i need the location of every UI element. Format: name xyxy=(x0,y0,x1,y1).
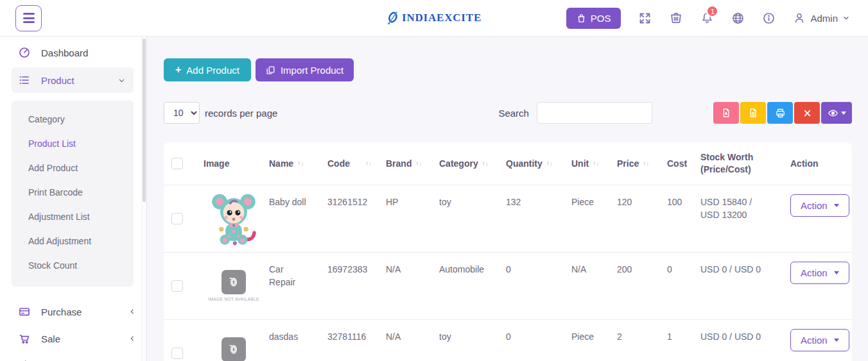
user-menu[interactable]: Admin xyxy=(793,12,850,24)
cell-code: 16972383 xyxy=(327,253,386,319)
sidebar-item-add-product[interactable]: Add Product xyxy=(12,156,134,180)
hamburger-icon xyxy=(23,13,35,15)
sidebar-item-print-barcode[interactable]: Print Barcode xyxy=(12,180,134,205)
records-per-page-label: records per page xyxy=(205,108,277,119)
caret-down-icon xyxy=(841,112,846,115)
list-icon xyxy=(18,74,31,87)
cell-category: toy xyxy=(439,320,506,361)
cell-price: 200 xyxy=(617,253,667,319)
cell-brand: HP xyxy=(386,185,439,252)
import-copy-icon xyxy=(266,65,275,75)
cell-action: Action xyxy=(790,253,855,319)
column-header-unit[interactable]: Unit ↑↓ xyxy=(571,158,617,170)
plus-icon: + xyxy=(175,64,181,76)
column-header-price[interactable]: Price ↑↓ xyxy=(617,158,667,170)
row-checkbox[interactable] xyxy=(171,213,183,224)
dashboard-gauge-icon xyxy=(18,46,31,59)
cell-code: 31261512 xyxy=(327,185,386,252)
main-content: + Add Product Import Product 10 records … xyxy=(147,37,868,361)
sidebar-item-stock-count[interactable]: Stock Count xyxy=(12,253,134,278)
sidebar-item-expense[interactable]: Expense xyxy=(0,352,146,361)
sidebar-item-category[interactable]: Category xyxy=(12,107,134,131)
file-pdf-icon xyxy=(721,108,731,118)
cell-name: dasdas xyxy=(269,320,327,361)
table-row: IMAGE NOT AVAILABLE dasdas 32781116 N/A … xyxy=(164,320,852,361)
baby-doll-image xyxy=(210,192,257,246)
export-pdf-button[interactable] xyxy=(713,102,739,124)
chevron-left-icon xyxy=(128,308,136,315)
row-checkbox[interactable] xyxy=(171,348,183,359)
sidebar-item-adjustment-list[interactable]: Adjustment List xyxy=(12,205,134,229)
sidebar-item-sale[interactable]: Sale xyxy=(0,325,146,352)
cell-price: 120 xyxy=(617,185,667,252)
cash-register-icon[interactable] xyxy=(669,11,683,25)
column-header-cost: Cost xyxy=(667,158,700,170)
cell-category: toy xyxy=(439,185,506,252)
add-product-button[interactable]: + Add Product xyxy=(164,58,251,81)
sidebar-item-label: Dashboard xyxy=(41,47,88,58)
cell-code: 32781116 xyxy=(327,320,386,361)
sort-icon: ↑↓ xyxy=(415,160,422,167)
sort-icon: ↑↓ xyxy=(593,160,599,167)
column-visibility-button[interactable] xyxy=(821,102,852,124)
language-globe-icon[interactable] xyxy=(731,12,745,25)
export-print-button[interactable] xyxy=(767,102,793,124)
shopping-cart-icon xyxy=(18,332,31,345)
menu-toggle-button[interactable] xyxy=(15,5,42,31)
cell-category: Automobile xyxy=(439,253,506,319)
sidebar-scrollbar-thumb[interactable] xyxy=(143,38,146,202)
cell-stock-worth: USD 0 / USD 0 xyxy=(700,253,790,319)
select-all-checkbox[interactable] xyxy=(171,158,183,169)
import-product-button[interactable]: Import Product xyxy=(256,58,354,81)
records-per-page-select[interactable]: 10 xyxy=(164,102,200,124)
export-excel-button[interactable] xyxy=(740,102,766,124)
fullscreen-icon[interactable] xyxy=(638,12,652,25)
pos-button[interactable]: POS xyxy=(566,8,621,29)
column-header-brand[interactable]: Brand ↑↓ xyxy=(386,158,439,170)
shopping-bag-icon xyxy=(577,13,586,23)
cell-cost: 100 xyxy=(667,185,700,252)
column-header-image: Image xyxy=(204,158,269,170)
sidebar: Dashboard Product Category Product List … xyxy=(0,37,147,361)
cell-quantity: 0 xyxy=(506,320,571,361)
caret-down-icon xyxy=(834,339,839,342)
sidebar-item-add-adjustment[interactable]: Add Adjustment xyxy=(12,229,134,253)
product-submenu: Category Product List Add Product Print … xyxy=(12,101,134,287)
column-header-category[interactable]: Category ↑↓ xyxy=(439,158,506,170)
row-action-button[interactable]: Action xyxy=(790,262,849,284)
sidebar-item-product-list[interactable]: Product List xyxy=(12,131,134,156)
column-header-quantity[interactable]: Quantity ↑↓ xyxy=(506,158,571,170)
sidebar-item-dashboard[interactable]: Dashboard xyxy=(0,39,146,66)
top-header: INDIAEXCITE POS xyxy=(0,0,868,37)
column-header-name[interactable]: Name ↑↓ xyxy=(269,158,327,170)
chevron-down-icon xyxy=(117,76,126,85)
eye-icon xyxy=(828,108,838,119)
info-icon[interactable] xyxy=(762,12,776,25)
product-image: IMAGE NOT AVAILABLE xyxy=(204,253,269,319)
notification-bell-icon[interactable]: 1 xyxy=(700,11,714,25)
row-action-button[interactable]: Action xyxy=(790,194,849,217)
column-header-action: Action xyxy=(790,158,844,170)
sidebar-item-purchase[interactable]: Purchase xyxy=(0,298,146,325)
sort-icon: ↑↓ xyxy=(546,160,553,167)
search-label: Search xyxy=(498,108,529,119)
camera-placeholder-icon xyxy=(221,270,246,294)
column-header-code[interactable]: Code ↑↓ xyxy=(327,158,386,170)
row-checkbox[interactable] xyxy=(171,280,183,292)
cell-quantity: 132 xyxy=(506,185,571,252)
table-row: Baby doll 31261512 HP toy 132 Piece 120 … xyxy=(164,185,852,253)
sidebar-scrollbar[interactable] xyxy=(141,37,146,361)
caret-down-icon xyxy=(834,204,839,207)
cell-action: Action xyxy=(790,320,855,361)
cell-unit: Piece xyxy=(571,185,617,252)
close-x-button[interactable] xyxy=(794,102,820,124)
chevron-down-icon xyxy=(842,14,850,22)
sidebar-item-label: Sale xyxy=(41,333,60,344)
brand-logo: INDIAEXCITE xyxy=(386,11,482,25)
row-action-button[interactable]: Action xyxy=(790,329,849,351)
sidebar-item-label: Purchase xyxy=(41,306,82,317)
sort-icon: ↑↓ xyxy=(365,160,372,167)
search-input[interactable] xyxy=(537,102,652,124)
sidebar-item-product[interactable]: Product xyxy=(12,67,134,93)
brand-name: INDIAEXCITE xyxy=(402,12,482,24)
